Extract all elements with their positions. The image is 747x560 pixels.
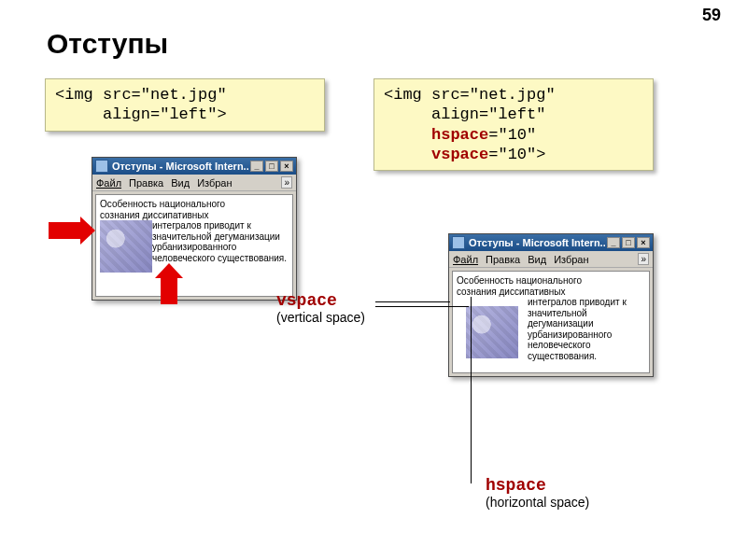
- text-line: сознания диссипативных: [100, 210, 208, 220]
- page-title: Отступы: [47, 28, 168, 60]
- menu-favorites[interactable]: Избран: [554, 254, 588, 265]
- label-vspace: vspace (vertical space): [276, 291, 365, 325]
- menu-edit[interactable]: Правка: [129, 177, 163, 189]
- keyword-vspace: vspace: [431, 146, 488, 163]
- code-example-left: <img src="net.jpg" align="left">: [45, 78, 325, 132]
- ie-icon: [95, 160, 108, 173]
- menu-file[interactable]: Файл: [453, 254, 478, 265]
- code-example-right: <img src="net.jpg" align="left" hspace="…: [374, 78, 654, 171]
- label-vspace-sub: (vertical space): [276, 310, 365, 325]
- close-button[interactable]: ×: [280, 161, 293, 172]
- code-line: align="left">: [55, 105, 227, 123]
- window-title: Отступы - Microsoft Intern...: [112, 161, 248, 172]
- arrow-hspace-indicator: [49, 222, 82, 239]
- menu-file[interactable]: Файл: [96, 177, 121, 189]
- callout-line: [375, 301, 450, 302]
- ie-icon: [452, 236, 465, 249]
- label-hspace-text: hspace: [486, 476, 589, 495]
- menu-edit[interactable]: Правка: [486, 254, 520, 265]
- text-line: сознания диссипативных: [457, 287, 565, 297]
- text-line: Особенность национального: [100, 199, 225, 209]
- menu-view[interactable]: Вид: [171, 177, 190, 189]
- browser-window-left: Отступы - Microsoft Intern... _ □ × Файл…: [92, 157, 297, 301]
- maximize-button[interactable]: □: [622, 237, 635, 248]
- menubar: Файл Правка Вид Избран »: [92, 175, 296, 191]
- text-block: интегралов приводит к значительной дегум…: [528, 297, 627, 361]
- code-line: <img src="net.jpg": [55, 86, 227, 104]
- code-line: <img src="net.jpg": [384, 86, 556, 104]
- browser-window-right: Отступы - Microsoft Intern... _ □ × Файл…: [448, 233, 654, 377]
- menubar: Файл Правка Вид Избран »: [449, 251, 653, 268]
- menu-favorites[interactable]: Избран: [197, 177, 232, 189]
- code-line: vspace="10">: [384, 146, 545, 163]
- arrow-vspace-indicator: [161, 276, 177, 304]
- label-vspace-text: vspace: [276, 291, 365, 310]
- image-placeholder: [466, 306, 518, 358]
- label-hspace: hspace (horizontal space): [486, 476, 589, 510]
- menu-view[interactable]: Вид: [528, 254, 546, 265]
- label-hspace-sub: (horizontal space): [486, 495, 589, 510]
- code-line: align="left": [384, 105, 545, 123]
- titlebar: Отступы - Microsoft Intern... _ □ ×: [449, 234, 653, 251]
- minimize-button[interactable]: _: [607, 237, 620, 248]
- callout-line: [471, 297, 472, 483]
- text-line: Особенность национального: [457, 275, 582, 286]
- titlebar: Отступы - Microsoft Intern... _ □ ×: [92, 158, 296, 175]
- image-placeholder: [100, 220, 152, 273]
- menu-overflow[interactable]: »: [638, 253, 649, 265]
- page-content: Особенность национального сознания дисси…: [95, 194, 293, 297]
- text-block: интегралов приводит к значительной дегум…: [152, 220, 287, 263]
- code-line: hspace="10": [384, 126, 536, 144]
- menu-overflow[interactable]: »: [281, 176, 292, 189]
- window-title: Отступы - Microsoft Intern...: [469, 237, 605, 248]
- page-content: Особенность национального сознания дисси…: [452, 271, 650, 373]
- callout-line: [375, 306, 469, 307]
- close-button[interactable]: ×: [637, 237, 650, 248]
- keyword-hspace: hspace: [431, 126, 488, 144]
- maximize-button[interactable]: □: [265, 161, 278, 172]
- page-number: 59: [702, 6, 721, 25]
- minimize-button[interactable]: _: [250, 161, 263, 172]
